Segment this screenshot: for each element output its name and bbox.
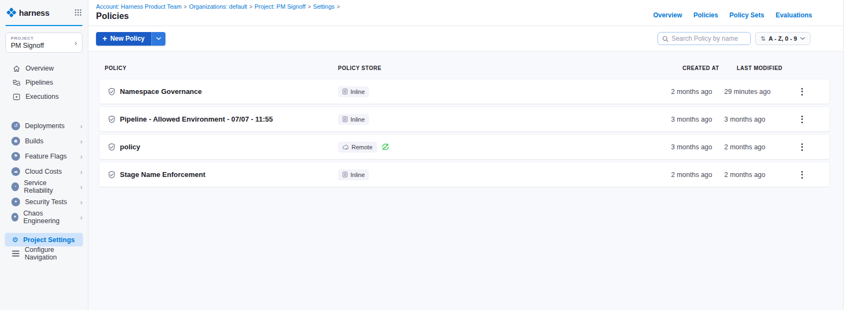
policy-name: Namespace Governance — [120, 87, 202, 96]
created-at: 2 months ago — [671, 88, 724, 96]
row-menu-button[interactable] — [798, 141, 806, 153]
policy-store-badge: Inline — [338, 169, 369, 180]
project-selector[interactable]: PROJECT PM Signoff › — [5, 33, 82, 53]
last-modified: 2 months ago — [724, 143, 798, 151]
breadcrumb-organization[interactable]: Organizations: default — [189, 3, 247, 10]
sidebar-item-security-tests[interactable]: ✦ Security Tests › — [0, 194, 88, 210]
page-title: Policies — [96, 11, 340, 21]
tab-policies[interactable]: Policies — [693, 11, 718, 19]
sort-arrows-icon: ⇅ — [761, 36, 765, 42]
table-header-row: POLICY POLICY STORE CREATED AT LAST MODI… — [99, 61, 829, 75]
row-menu-button[interactable] — [798, 169, 806, 181]
sidebar-item-label: Overview — [25, 65, 54, 72]
executions-icon — [12, 93, 21, 101]
sidebar-item-label: Service Reliability — [24, 179, 71, 194]
tab-evaluations[interactable]: Evaluations — [776, 11, 812, 19]
chevron-right-icon: › — [80, 122, 82, 130]
sidebar-item-label: Cloud Costs — [25, 168, 62, 175]
security-tests-icon: ✦ — [11, 198, 20, 206]
project-label: PROJECT — [11, 36, 44, 41]
row-menu-button[interactable] — [798, 113, 806, 125]
column-header-policy: POLICY — [99, 65, 338, 71]
new-policy-split-button: + New Policy — [96, 32, 165, 46]
page-header: Account: Harness Product Team > Organiza… — [88, 0, 843, 26]
search-icon — [662, 35, 669, 42]
plus-icon: + — [103, 35, 107, 42]
breadcrumb-separator: > — [184, 4, 187, 10]
new-policy-button[interactable]: + New Policy — [96, 32, 151, 46]
sidebar-item-project-settings[interactable]: ⚙ Project Settings — [5, 233, 83, 246]
policy-name: Pipeline - Allowed Environment - 07/07 -… — [120, 115, 273, 123]
breadcrumb-account[interactable]: Account: Harness Product Team — [96, 3, 182, 10]
tab-overview[interactable]: Overview — [653, 11, 682, 19]
sidebar-item-service-reliability[interactable]: ◔ Service Reliability › — [0, 179, 88, 194]
service-reliability-icon: ◔ — [11, 182, 19, 191]
new-policy-label: New Policy — [110, 35, 144, 42]
app-grid-icon[interactable] — [75, 9, 81, 16]
toolbar-right: ⇅ A - Z, 0 - 9 — [658, 32, 810, 45]
new-policy-dropdown-button[interactable] — [151, 32, 165, 46]
sidebar-item-label: Feature Flags — [25, 153, 67, 160]
search-input[interactable] — [672, 35, 746, 42]
breadcrumb-settings[interactable]: Settings — [313, 3, 335, 10]
sidebar-item-pipelines[interactable]: Pipelines — [0, 75, 88, 90]
sidebar-item-label: Executions — [25, 93, 59, 100]
sort-dropdown[interactable]: ⇅ A - Z, 0 - 9 — [755, 32, 810, 45]
sidebar-item-label: Deployments — [25, 122, 65, 130]
sidebar-bottom-nav: ⚙ Project Settings Configure Navigation — [0, 233, 88, 261]
sidebar-item-overview[interactable]: Overview — [0, 61, 88, 75]
chevron-right-icon: › — [80, 168, 82, 176]
sidebar-header: harness — [0, 0, 88, 25]
sidebar-item-label: Project Settings — [23, 236, 75, 244]
table-row[interactable]: policy Remote 3 months ago 2 months ago — [99, 135, 829, 159]
breadcrumb-project[interactable]: Project: PM Signoff — [254, 3, 305, 10]
row-menu-button[interactable] — [798, 86, 806, 98]
project-name: PM Signoff — [11, 42, 44, 49]
policy-store-badge: Inline — [338, 114, 369, 125]
sidebar-item-label: Chaos Engineering — [23, 210, 71, 225]
policy-shield-check-icon — [107, 87, 116, 96]
table-row[interactable]: Stage Name Enforcement Inline 2 months a… — [99, 162, 829, 187]
harness-logo[interactable]: harness — [7, 8, 49, 17]
sidebar-item-label: Security Tests — [25, 198, 67, 206]
created-at: 3 months ago — [671, 143, 724, 151]
sidebar-item-chaos-engineering[interactable]: ✶ Chaos Engineering › — [0, 210, 88, 225]
policy-shield-check-icon — [107, 115, 116, 124]
tab-policy-sets[interactable]: Policy Sets — [730, 11, 764, 19]
document-icon — [342, 88, 348, 94]
chevron-right-icon: › — [80, 213, 82, 222]
search-box — [658, 32, 751, 45]
gear-icon: ⚙ — [12, 236, 18, 243]
breadcrumb-separator: > — [308, 4, 311, 10]
sidebar-item-executions[interactable]: Executions — [0, 90, 88, 104]
sidebar: harness PROJECT PM Signoff › Overview Pi… — [0, 0, 88, 310]
sidebar-item-label: Pipelines — [25, 79, 53, 86]
document-icon — [342, 172, 348, 178]
sidebar-item-deployments[interactable]: ↺ Deployments › — [0, 118, 88, 134]
sidebar-item-cloud-costs[interactable]: ☁ Cloud Costs › — [0, 164, 88, 179]
sidebar-item-configure-navigation[interactable]: Configure Navigation — [0, 246, 88, 261]
table-row[interactable]: Namespace Governance Inline 2 months ago… — [99, 79, 829, 104]
column-header-created-at: CREATED AT — [671, 65, 724, 71]
chevron-right-icon: › — [80, 137, 82, 145]
pipelines-icon — [12, 79, 21, 87]
home-icon — [12, 65, 21, 73]
deployments-icon: ↺ — [11, 122, 20, 130]
sidebar-item-builds[interactable]: ◉ Builds › — [0, 134, 88, 149]
policy-shield-check-icon — [107, 143, 116, 151]
sidebar-item-label: Builds — [25, 137, 43, 145]
sidebar-item-label: Configure Navigation — [25, 246, 82, 261]
table-row[interactable]: Pipeline - Allowed Environment - 07/07 -… — [99, 107, 829, 131]
policies-table: POLICY POLICY STORE CREATED AT LAST MODI… — [88, 52, 843, 310]
feature-flags-icon: ⚑ — [11, 152, 20, 161]
last-modified: 29 minutes ago — [724, 88, 798, 96]
last-modified: 2 months ago — [724, 171, 798, 179]
builds-icon: ◉ — [11, 137, 20, 145]
chevron-down-icon — [800, 37, 805, 40]
chevron-right-icon: › — [80, 153, 82, 161]
policy-name: Stage Name Enforcement — [120, 170, 206, 179]
brand-name: harness — [19, 8, 49, 17]
harness-logo-icon — [7, 8, 16, 17]
sidebar-item-feature-flags[interactable]: ⚑ Feature Flags › — [0, 149, 88, 164]
chevron-right-icon: › — [80, 183, 82, 191]
